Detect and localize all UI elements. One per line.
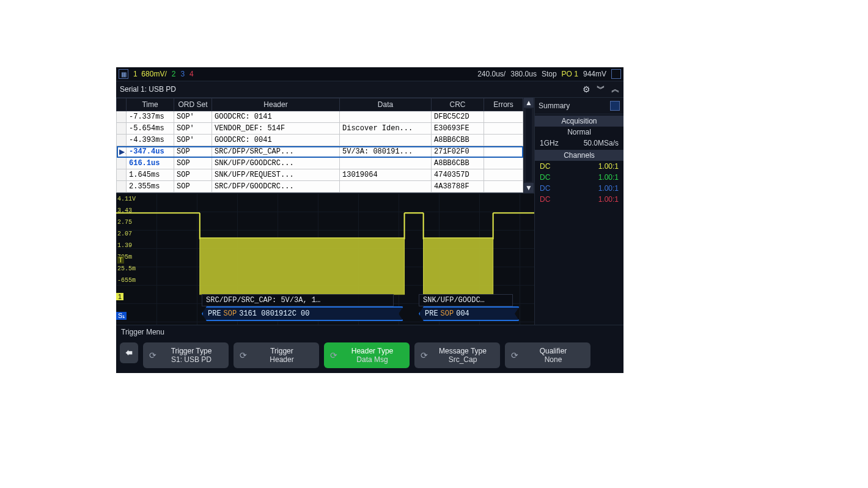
cell-time: -5.654ms — [127, 123, 174, 135]
col-header[interactable]: Header — [212, 98, 340, 111]
cell-data — [340, 158, 432, 169]
trigger-menu-title: Trigger Menu — [116, 325, 623, 339]
channel-probe: 1.00:1 — [598, 162, 619, 171]
softkey-title: Message Type — [439, 347, 487, 355]
cell-errors — [484, 146, 523, 158]
col-errors[interactable]: Errors — [484, 98, 523, 111]
ch1-indicator[interactable]: 1 680mV/ — [133, 70, 167, 78]
channel-row[interactable]: DC1.00:1 — [535, 194, 623, 205]
scroll-up-icon[interactable]: ▲ — [524, 98, 534, 108]
acq-sample-rate: 50.0MSa/s — [584, 139, 619, 147]
cell-crc: A8BB6CBB — [432, 135, 484, 146]
delay-readout[interactable]: 380.0us — [510, 70, 537, 78]
cell-header: GOODCRC: 0041 — [212, 135, 340, 146]
softkey-title: Trigger Type — [171, 347, 212, 355]
trigger-softkey[interactable]: ⟳Trigger TypeS1: USB PD — [143, 342, 229, 368]
cell-crc: A8BB6CBB — [432, 158, 484, 169]
trigger-level-readout[interactable]: 944mV — [583, 70, 606, 78]
channel-row[interactable]: DC1.00:1 — [535, 183, 623, 194]
decode-segment-b[interactable]: PRE SOP 004 — [419, 306, 520, 321]
row-marker — [117, 181, 127, 193]
softkey-value: Src_Cap — [449, 355, 477, 364]
chevron-up-icon[interactable]: ︽ — [611, 84, 620, 95]
ch4-indicator[interactable]: 4 — [189, 70, 194, 78]
screenshot-icon[interactable] — [611, 69, 621, 79]
channel-row[interactable]: DC1.00:1 — [535, 172, 623, 183]
cell-header: SNK/UFP/REQUEST... — [212, 169, 340, 181]
decode-segment-a[interactable]: PRE SOP 3161 0801912C 00 — [202, 306, 403, 321]
ch2-indicator[interactable]: 2 — [172, 70, 176, 78]
rotary-icon: ⟳ — [240, 350, 247, 360]
cell-time: 2.355ms — [127, 181, 174, 193]
cell-header: SNK/UFP/GOODCRC... — [212, 158, 340, 169]
trigger-softkey[interactable]: ⟳Header TypeData Msg — [324, 342, 410, 368]
cell-ord: SOP — [174, 146, 212, 158]
cell-crc: 271F02F0 — [432, 146, 484, 158]
svg-rect-0 — [200, 238, 405, 294]
cell-crc: DFBC5C2D — [432, 111, 484, 123]
cell-ord: SOP' — [174, 123, 212, 135]
scroll-down-icon[interactable]: ▼ — [524, 183, 534, 193]
timebase-readout[interactable]: 240.0us/ — [477, 70, 506, 78]
waveform-area[interactable]: 4.11V3.432.752.071.39705m25.5m-655m T 1 … — [116, 193, 534, 325]
rotary-icon: ⟳ — [421, 350, 428, 360]
decode-label-packet-a[interactable]: SRC/DFP/SRC_CAP: 5V/3A, 1… — [202, 294, 394, 306]
table-row[interactable]: 2.355msSOPSRC/DFP/GOODCRC...4A38788F — [117, 181, 523, 193]
chevron-down-icon[interactable]: ︾ — [597, 84, 605, 95]
table-scrollbar[interactable]: ▲ ▼ — [523, 98, 534, 193]
menu-icon[interactable]: ▦ — [119, 69, 128, 79]
cell-ord: SOP — [174, 169, 212, 181]
softkey-value: Data Msg — [356, 355, 388, 364]
protocol-table[interactable]: Time ORD Set Header Data CRC Errors -7.3… — [116, 98, 523, 193]
channel-list: DC1.00:1DC1.00:1DC1.00:1DC1.00:1 — [535, 161, 623, 205]
ch3-indicator[interactable]: 3 — [180, 70, 185, 78]
rotary-icon: ⟳ — [149, 350, 156, 360]
cell-header: GOODCRC: 0141 — [212, 111, 340, 123]
cell-ord: SOP' — [174, 111, 212, 123]
trigger-softkey[interactable]: ⟳QualifierNone — [505, 342, 590, 368]
table-row[interactable]: -4.393msSOP'GOODCRC: 0041A8BB6CBB — [117, 135, 523, 146]
channel-row[interactable]: DC1.00:1 — [535, 161, 623, 172]
cell-header: SRC/DFP/GOODCRC... — [212, 181, 340, 193]
col-ord[interactable]: ORD Set — [174, 98, 212, 111]
table-row[interactable]: 616.1usSOPSNK/UFP/GOODCRC...A8BB6CBB — [117, 158, 523, 169]
col-data[interactable]: Data — [340, 98, 432, 111]
col-time[interactable]: Time — [127, 98, 174, 111]
cell-time: 1.645ms — [127, 169, 174, 181]
cell-time: -7.337ms — [127, 111, 174, 123]
cell-errors — [484, 158, 523, 169]
cell-crc: 4740357D — [432, 169, 484, 181]
channel-coupling: DC — [540, 162, 550, 171]
run-state[interactable]: Stop — [542, 70, 557, 78]
table-row[interactable]: 1.645msSOPSNK/UFP/REQUEST...130190644740… — [117, 169, 523, 181]
serial-title: Serial 1: USB PD — [120, 85, 176, 94]
decode-label-packet-b[interactable]: SNK/UFP/GOODC… — [419, 294, 513, 306]
cell-ord: SOP' — [174, 135, 212, 146]
table-row[interactable]: -7.337msSOP'GOODCRC: 0141DFBC5C2D — [117, 111, 523, 123]
summary-title[interactable]: Summary — [539, 102, 570, 110]
acq-bandwidth: 1GHz — [540, 139, 559, 147]
cell-errors — [484, 181, 523, 193]
trigger-back-button[interactable]: 🡄 — [120, 342, 138, 363]
acq-rate-row: 1GHz 50.0MSa/s — [535, 138, 623, 149]
channels-header[interactable]: Channels — [535, 150, 623, 161]
cell-data — [340, 111, 432, 123]
summary-menu-icon[interactable] — [610, 101, 620, 111]
cell-data — [340, 181, 432, 193]
cell-crc: 4A38788F — [432, 181, 484, 193]
channel-coupling: DC — [540, 184, 550, 193]
gear-icon[interactable]: ⚙ — [583, 84, 590, 94]
trigger-menu: 🡄 ⟳Trigger TypeS1: USB PD⟳TriggerHeader⟳… — [116, 339, 623, 373]
col-crc[interactable]: CRC — [432, 98, 484, 111]
trigger-softkey[interactable]: ⟳Message TypeSrc_Cap — [414, 342, 500, 368]
rotary-icon: ⟳ — [330, 350, 337, 360]
cell-time: -4.393ms — [127, 135, 174, 146]
table-row[interactable]: -5.654msSOP'VENDOR_DEF: 514FDiscover Ide… — [117, 123, 523, 135]
table-row[interactable]: ▶-347.4usSOPSRC/DFP/SRC_CAP...5V/3A: 080… — [117, 146, 523, 158]
trigger-softkey[interactable]: ⟳TriggerHeader — [234, 342, 319, 368]
softkey-value: Header — [270, 355, 293, 364]
trigger-source-indicator[interactable]: PO 1 — [562, 70, 578, 78]
acquisition-header[interactable]: Acquisition — [535, 116, 623, 127]
scroll-track[interactable] — [526, 109, 532, 182]
channel-coupling: DC — [540, 173, 550, 182]
